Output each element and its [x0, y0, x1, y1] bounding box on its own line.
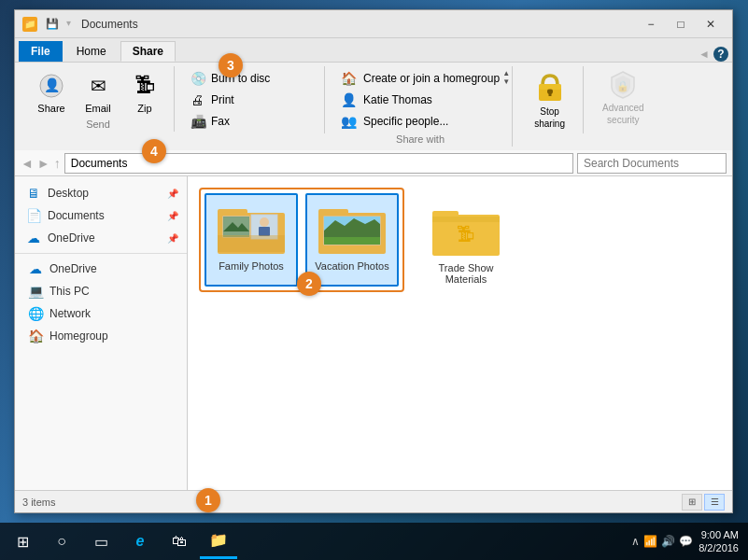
tab-file[interactable]: File [19, 41, 63, 62]
volume-tray-icon[interactable]: 🔊 [661, 535, 675, 548]
action-center-icon[interactable]: 💬 [679, 535, 693, 548]
tab-share[interactable]: Share [120, 41, 176, 62]
task-view-button[interactable]: ▭ [82, 524, 120, 559]
search-input[interactable] [577, 153, 727, 174]
burn-label: Burn to disc [211, 72, 270, 85]
specific-people-label: Specific people... [363, 115, 448, 128]
svg-rect-14 [259, 227, 270, 236]
sidebar-item-documents[interactable]: 📄 Documents 📌 [15, 204, 187, 227]
desktop-icon: 🖥 [25, 186, 42, 201]
homegroup-button[interactable]: 🏠 Create or join a homegroup [336, 68, 504, 89]
address-toolbar: ◄ ► ↑ Documents [15, 150, 732, 176]
callout-3: 3 [219, 53, 243, 77]
sidebar-item-network[interactable]: 🌐 Network [15, 302, 187, 325]
tray-arrow-icon[interactable]: ∧ [631, 535, 640, 548]
tab-home[interactable]: Home [64, 41, 119, 62]
network-tray-icon[interactable]: 📶 [643, 535, 657, 548]
back-nav-icon[interactable]: ◄ [699, 48, 710, 61]
edge-icon: e [136, 533, 145, 550]
sharewith-items-container: 🏠 Create or join a homegroup 👤 Katie Tho… [336, 68, 504, 145]
zip-button[interactable]: 🗜 Zip [123, 68, 166, 117]
family-photos-label: Family Photos [219, 260, 284, 272]
sidebar-item-desktop[interactable]: 🖥 Desktop 📌 [15, 182, 187, 204]
quick-access-section: 🖥 Desktop 📌 📄 Documents 📌 ☁ OneDrive 📌 ☁ [15, 180, 187, 349]
close-button[interactable]: ✕ [697, 11, 725, 37]
print-icon: 🖨 [191, 92, 207, 107]
view-list-icon: ☰ [711, 497, 719, 507]
ribbon-group-advanced-security: 🔒 Advancedsecurity [587, 66, 658, 130]
title-bar: 📁 💾 ▾ Documents − □ ✕ [15, 10, 732, 38]
view-grid-button[interactable]: ⊞ [682, 494, 702, 511]
katie-thomas-button[interactable]: 👤 Katie Thomas [336, 90, 504, 110]
vacation-photos-label: Vacation Photos [315, 260, 388, 272]
send-items: 💿 Burn to disc 🖨 Print 📠 Fax [186, 68, 317, 132]
print-label: Print [211, 93, 234, 106]
sidebar-item-onedrive[interactable]: ☁ OneDrive [15, 258, 187, 280]
sharewith-group-label: Share with [336, 133, 504, 145]
clock-date: 8/2/2016 [699, 541, 739, 554]
sharewith-list: 🏠 Create or join a homegroup 👤 Katie Tho… [336, 68, 504, 132]
fax-button[interactable]: 📠 Fax [186, 111, 317, 132]
address-bar[interactable]: Documents [64, 153, 573, 174]
taskbar-right: ∧ 📶 🔊 💬 9:00 AM 8/2/2016 [631, 528, 744, 555]
main-area: 🖥 Desktop 📌 📄 Documents 📌 ☁ OneDrive 📌 ☁ [15, 176, 732, 490]
sidebar-item-onedrive-pin[interactable]: ☁ OneDrive 📌 [15, 227, 187, 249]
burn-to-disc-button[interactable]: 💿 Burn to disc [186, 68, 317, 89]
start-button[interactable]: ⊞ [4, 524, 41, 559]
specific-people-button[interactable]: 👥 Specific people... [336, 111, 504, 132]
clock-time: 9:00 AM [699, 528, 739, 541]
svg-rect-20 [324, 237, 380, 245]
stop-sharing-label: Stopsharing [534, 105, 565, 130]
burn-icon: 💿 [191, 71, 207, 86]
window-title: Documents [81, 18, 138, 31]
folder-family-photos[interactable]: Family Photos [205, 193, 298, 287]
nav-up-icon[interactable]: ↑ [54, 156, 61, 171]
onedrive-pin-icon: ☁ [25, 231, 42, 245]
pin-icon: 📌 [167, 189, 178, 199]
explorer-icon: 📁 [209, 531, 228, 549]
folder-trade-show[interactable]: 🗜 Trade ShowMaterials [419, 195, 513, 292]
ribbon-content: 👤 Share ✉ Email 🗜 Zip Send [15, 63, 732, 150]
view-list-button[interactable]: ☰ [704, 494, 725, 511]
email-button[interactable]: ✉ Email [77, 68, 120, 117]
task-view-icon: ▭ [94, 533, 108, 551]
sidebar-item-homegroup[interactable]: 🏠 Homegroup [15, 325, 187, 347]
help-icon[interactable]: ? [713, 47, 728, 62]
nav-forward-icon[interactable]: ► [37, 156, 50, 171]
svg-rect-5 [539, 84, 561, 90]
stop-sharing-button[interactable]: Stopsharing [524, 68, 575, 132]
window-icon: 📁 [22, 17, 37, 32]
print-button[interactable]: 🖨 Print [186, 90, 317, 110]
share-button[interactable]: 👤 Share [30, 68, 73, 117]
sidebar: 🖥 Desktop 📌 📄 Documents 📌 ☁ OneDrive 📌 ☁ [15, 176, 188, 490]
store-button[interactable]: 🛍 [161, 524, 198, 559]
advanced-security-button[interactable]: 🔒 Advancedsecurity [595, 68, 651, 128]
people-icon: 👥 [341, 114, 358, 129]
breadcrumb-text: Documents [71, 157, 128, 170]
sidebar-label-onedrive: OneDrive [49, 262, 97, 275]
pin-icon-3: 📌 [167, 233, 178, 244]
minimize-button[interactable]: − [637, 11, 665, 37]
sidebar-item-thispc[interactable]: 💻 This PC [15, 280, 187, 302]
advanced-security-label: Advancedsecurity [602, 102, 643, 126]
window-controls: − □ ✕ [637, 11, 725, 37]
clock[interactable]: 9:00 AM 8/2/2016 [699, 528, 739, 555]
trade-show-label: Trade ShowMaterials [439, 262, 494, 285]
search-taskbar-icon: ○ [57, 533, 66, 550]
nav-back-icon[interactable]: ◄ [21, 156, 34, 171]
callout-2: 2 [297, 272, 321, 296]
search-button[interactable]: ○ [43, 524, 80, 559]
explorer-button[interactable]: 📁 [200, 524, 237, 559]
scroll-arrows: ▲ ▼ [502, 70, 510, 86]
scroll-down-icon[interactable]: ▼ [502, 78, 510, 86]
save-icon[interactable]: 💾 [43, 16, 62, 32]
trade-show-thumb: 🗜 [432, 203, 500, 259]
edge-button[interactable]: e [121, 524, 159, 559]
scroll-up-icon[interactable]: ▲ [502, 70, 510, 77]
undo-icon[interactable]: ▾ [64, 16, 74, 32]
svg-text:👤: 👤 [44, 77, 61, 93]
maximize-button[interactable]: □ [667, 11, 695, 37]
ribbon-group-send: 💿 Burn to disc 🖨 Print 📠 Fax [178, 66, 325, 133]
folder-vacation-photos[interactable]: Vacation Photos [305, 193, 399, 287]
onedrive-icon: ☁ [27, 261, 44, 276]
